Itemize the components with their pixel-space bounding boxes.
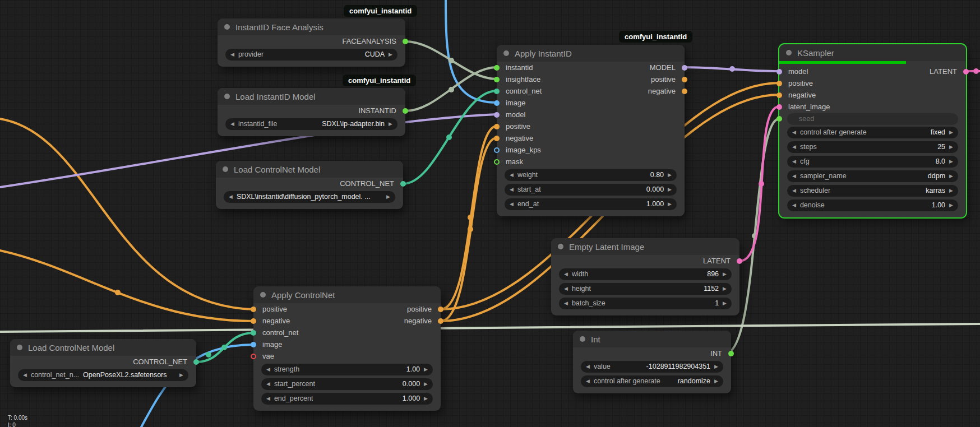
- CONTROL_NET-dot[interactable]: [193, 359, 199, 365]
- link-center-dot[interactable]: [759, 181, 764, 187]
- widget-increment-arrow[interactable]: ▶: [723, 286, 727, 291]
- widget-strength[interactable]: ◀strength1.00▶: [261, 364, 433, 375]
- input-negative[interactable]: negative: [497, 132, 533, 144]
- INSTANTID-dot[interactable]: [403, 108, 408, 114]
- widget-start_percent[interactable]: ◀start_percent0.000▶: [261, 378, 433, 390]
- node-title-bar[interactable]: Apply ControlNet: [253, 286, 441, 303]
- input-insightface[interactable]: insightface: [497, 73, 540, 85]
- widget-provider[interactable]: ◀providerCUDA▶: [225, 49, 397, 61]
- input-image[interactable]: image: [253, 338, 282, 350]
- collapse-dot[interactable]: [224, 94, 230, 99]
- node-title-bar[interactable]: Load ControlNet Model: [10, 339, 196, 356]
- node-title-bar[interactable]: Empty Latent Image: [551, 238, 739, 255]
- positive-dot[interactable]: [682, 77, 687, 82]
- widget-width[interactable]: ◀width896▶: [559, 268, 732, 280]
- node-load-instantid-model[interactable]: Load InstantID ModelINSTANTID◀instantid_…: [218, 88, 405, 136]
- widget-decrement-arrow[interactable]: ◀: [792, 145, 796, 150]
- widget-control_net_n...[interactable]: ◀control_net_n...OpenPoseXL2.safetensors…: [18, 369, 188, 381]
- model-dot[interactable]: [494, 112, 500, 118]
- widget-increment-arrow[interactable]: ▶: [424, 396, 428, 401]
- mask-dot[interactable]: [494, 159, 500, 165]
- widget-decrement-arrow[interactable]: ◀: [792, 188, 796, 193]
- input-image[interactable]: image: [497, 97, 525, 109]
- node-load-controlnet-model-instantid[interactable]: Load ControlNet ModelCONTROL_NET◀SDXL\in…: [216, 161, 403, 209]
- link-center-dot[interactable]: [729, 66, 735, 72]
- widget-decrement-arrow[interactable]: ◀: [586, 379, 590, 384]
- image-dot[interactable]: [494, 100, 500, 106]
- output-CONTROL_NET[interactable]: CONTROL_NET: [340, 178, 403, 189]
- node-apply-instantid[interactable]: Apply InstantIDinstantidMODELinsightface…: [497, 45, 685, 216]
- link-center-dot[interactable]: [468, 226, 473, 232]
- input-latent_image[interactable]: latent_image: [779, 101, 830, 113]
- output-INT[interactable]: INT: [710, 347, 731, 359]
- widget-increment-arrow[interactable]: ▶: [949, 130, 953, 135]
- widget-increment-arrow[interactable]: ▶: [723, 272, 727, 277]
- widget-decrement-arrow[interactable]: ◀: [792, 130, 796, 135]
- input-vae[interactable]: vae: [253, 350, 274, 362]
- output-LATENT[interactable]: LATENT: [703, 255, 739, 267]
- widget-combo[interactable]: ◀SDXL\instantid\diffusion_pytorch_model.…: [224, 191, 395, 203]
- graph-canvas[interactable]: comfyui_instantid comfyui_instantid comf…: [0, 0, 980, 427]
- LATENT-dot[interactable]: [737, 258, 742, 264]
- control_net-dot[interactable]: [251, 330, 256, 336]
- widget-increment-arrow[interactable]: ▶: [179, 373, 183, 378]
- link-center-dot[interactable]: [449, 87, 454, 92]
- model-dot[interactable]: [776, 69, 782, 75]
- output-MODEL[interactable]: MODEL: [650, 62, 685, 73]
- CONTROL_NET-dot[interactable]: [400, 181, 406, 187]
- widget-decrement-arrow[interactable]: ◀: [792, 174, 796, 179]
- negative-dot[interactable]: [494, 136, 500, 141]
- link-center-dot[interactable]: [221, 345, 227, 350]
- instantid-dot[interactable]: [494, 65, 500, 71]
- output-negative[interactable]: negative: [404, 315, 441, 327]
- output-LATENT[interactable]: LATENT: [930, 66, 966, 77]
- negative-dot[interactable]: [438, 318, 443, 324]
- widget-increment-arrow[interactable]: ▶: [668, 187, 672, 192]
- collapse-dot[interactable]: [786, 50, 792, 55]
- positive-dot[interactable]: [438, 307, 443, 312]
- node-instantid-face-analysis[interactable]: InstantID Face AnalysisFACEANALYSIS◀prov…: [218, 18, 405, 67]
- widget-control after generate[interactable]: ◀control after generaterandomize▶: [581, 375, 723, 387]
- input-model[interactable]: model: [497, 109, 525, 120]
- collapse-dot[interactable]: [223, 166, 228, 172]
- positive-dot[interactable]: [494, 124, 500, 129]
- widget-seed[interactable]: seed: [787, 113, 958, 125]
- latent_image-dot[interactable]: [776, 104, 782, 110]
- widget-value[interactable]: ◀value-1028911982904351▶: [581, 361, 723, 373]
- negative-dot[interactable]: [251, 318, 256, 324]
- widget-decrement-arrow[interactable]: ◀: [792, 203, 796, 208]
- widget-increment-arrow[interactable]: ▶: [714, 364, 718, 369]
- LATENT-dot[interactable]: [963, 69, 969, 75]
- link-center-dot[interactable]: [973, 68, 979, 74]
- collapse-dot[interactable]: [17, 345, 22, 350]
- node-empty-latent-image[interactable]: Empty Latent ImageLATENT◀width896▶◀heigh…: [551, 238, 739, 315]
- widget-decrement-arrow[interactable]: ◀: [266, 382, 270, 387]
- node-title-bar[interactable]: InstantID Face Analysis: [218, 18, 405, 35]
- widget-decrement-arrow[interactable]: ◀: [510, 202, 514, 207]
- widget-increment-arrow[interactable]: ▶: [949, 174, 953, 179]
- collapse-dot[interactable]: [224, 24, 230, 30]
- widget-sampler_name[interactable]: ◀sampler_nameddpm▶: [787, 170, 958, 182]
- widget-decrement-arrow[interactable]: ◀: [564, 301, 568, 306]
- positive-dot[interactable]: [251, 307, 256, 312]
- widget-increment-arrow[interactable]: ▶: [949, 188, 953, 193]
- widget-increment-arrow[interactable]: ▶: [424, 367, 428, 372]
- input-instantid[interactable]: instantid: [497, 62, 533, 73]
- link-center-dot[interactable]: [449, 58, 454, 63]
- widget-increment-arrow[interactable]: ▶: [723, 301, 727, 306]
- vae-dot[interactable]: [251, 354, 256, 359]
- node-int[interactable]: IntINT◀value-1028911982904351▶◀control a…: [573, 331, 731, 393]
- widget-start_at[interactable]: ◀start_at0.000▶: [505, 184, 677, 196]
- widget-decrement-arrow[interactable]: ◀: [564, 286, 568, 291]
- widget-decrement-arrow[interactable]: ◀: [792, 159, 796, 164]
- input-negative[interactable]: negative: [779, 89, 816, 101]
- input-mask[interactable]: mask: [497, 156, 523, 168]
- node-title-bar[interactable]: Int: [573, 331, 731, 347]
- node-apply-controlnet[interactable]: Apply ControlNetpositivepositivenegative…: [253, 286, 441, 411]
- widget-decrement-arrow[interactable]: ◀: [23, 373, 27, 378]
- widget-decrement-arrow[interactable]: ◀: [266, 367, 270, 372]
- FACEANALYSIS-dot[interactable]: [403, 39, 408, 44]
- image-dot[interactable]: [251, 342, 256, 347]
- output-INSTANTID[interactable]: INSTANTID: [358, 105, 405, 117]
- widget-denoise[interactable]: ◀denoise1.00▶: [787, 199, 958, 211]
